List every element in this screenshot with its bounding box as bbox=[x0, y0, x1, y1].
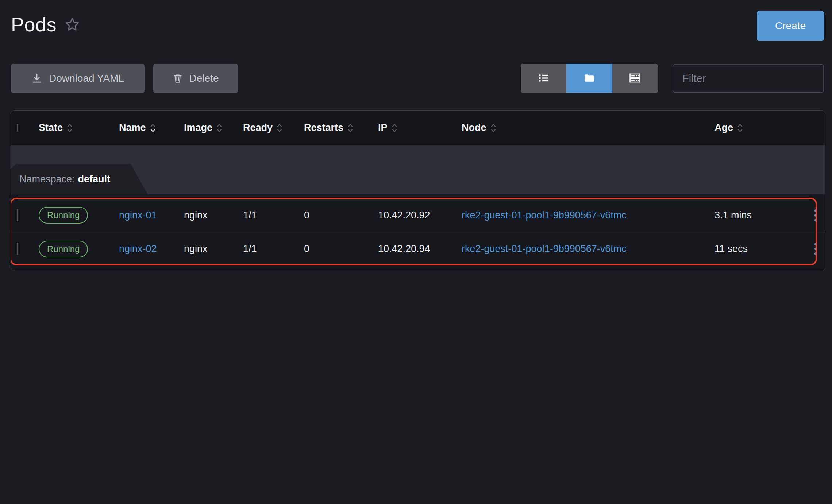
download-icon bbox=[31, 73, 42, 84]
rows-section: Running nginx-01 nginx 1/1 0 10.42.20.92… bbox=[11, 194, 825, 271]
download-yaml-button[interactable]: Download YAML bbox=[11, 64, 145, 93]
ready-cell: 1/1 bbox=[243, 243, 304, 255]
sort-chevrons-icon bbox=[66, 122, 73, 134]
age-cell: 11 secs bbox=[714, 243, 806, 255]
sort-chevrons-icon bbox=[490, 122, 497, 134]
namespace-value: default bbox=[78, 174, 111, 185]
header-cell-age[interactable]: Age bbox=[714, 122, 806, 134]
ip-cell: 10.42.20.94 bbox=[378, 243, 462, 255]
age-cell: 3.1 mins bbox=[714, 210, 806, 221]
kebab-icon bbox=[814, 243, 817, 245]
restarts-cell: 0 bbox=[304, 243, 378, 255]
ip-cell: 10.42.20.92 bbox=[378, 210, 462, 221]
header-cell-ready[interactable]: Ready bbox=[243, 122, 304, 134]
header-cell-node[interactable]: Node bbox=[462, 122, 714, 134]
pod-name-link[interactable]: nginx-02 bbox=[119, 243, 157, 254]
toolbar: Download YAML Delete bbox=[11, 64, 824, 93]
node-link[interactable]: rke2-guest-01-pool1-9b990567-v6tmc bbox=[462, 210, 627, 221]
rows-icon bbox=[628, 71, 642, 86]
row-checkbox[interactable] bbox=[17, 209, 18, 221]
view-toggle bbox=[521, 64, 658, 93]
group-band: Namespace: default bbox=[11, 145, 825, 194]
ready-cell: 1/1 bbox=[243, 210, 304, 221]
namespace-label: Namespace: bbox=[19, 174, 75, 185]
table-header: State Name Image Ready Restarts IP Node bbox=[11, 111, 825, 145]
select-all-checkbox[interactable] bbox=[17, 124, 18, 132]
list-icon bbox=[537, 71, 550, 86]
sort-chevrons-icon bbox=[347, 122, 354, 134]
image-cell: nginx bbox=[184, 210, 243, 221]
sort-chevrons-icon bbox=[216, 122, 223, 134]
header-cell-state[interactable]: State bbox=[39, 122, 119, 134]
status-badge: Running bbox=[39, 207, 88, 224]
sort-chevrons-icon bbox=[150, 122, 156, 134]
favorite-star-icon[interactable] bbox=[65, 17, 80, 32]
row-checkbox[interactable] bbox=[17, 243, 18, 255]
image-cell: nginx bbox=[184, 243, 243, 255]
header-cell-restarts[interactable]: Restarts bbox=[304, 122, 378, 134]
sort-chevrons-icon bbox=[391, 122, 398, 134]
view-flat-button[interactable] bbox=[612, 64, 658, 93]
node-link[interactable]: rke2-guest-01-pool1-9b990567-v6tmc bbox=[462, 243, 627, 254]
status-badge: Running bbox=[39, 241, 88, 257]
header-cell-ip[interactable]: IP bbox=[378, 122, 462, 134]
header-cell-name[interactable]: Name bbox=[119, 122, 184, 134]
table-row-nginx-02[interactable]: Running nginx-02 nginx 1/1 0 10.42.20.94… bbox=[11, 232, 825, 265]
sort-chevrons-icon bbox=[276, 122, 283, 134]
row-actions-button[interactable] bbox=[812, 240, 820, 258]
header-cell-image[interactable]: Image bbox=[184, 122, 243, 134]
restarts-cell: 0 bbox=[304, 210, 378, 221]
trash-icon bbox=[173, 73, 183, 84]
create-button[interactable]: Create bbox=[757, 11, 824, 41]
page-title: Pods bbox=[11, 13, 57, 36]
folder-icon bbox=[583, 71, 596, 86]
pod-name-link[interactable]: nginx-01 bbox=[119, 210, 157, 221]
sort-chevrons-icon bbox=[737, 122, 743, 134]
pods-table: State Name Image Ready Restarts IP Node bbox=[11, 110, 825, 271]
delete-button[interactable]: Delete bbox=[153, 64, 238, 93]
view-grouped-button[interactable] bbox=[566, 64, 612, 93]
kebab-icon bbox=[814, 209, 817, 212]
view-list-button[interactable] bbox=[521, 64, 566, 93]
table-row-nginx-01[interactable]: Running nginx-01 nginx 1/1 0 10.42.20.92… bbox=[11, 198, 825, 232]
row-actions-button[interactable] bbox=[812, 206, 820, 224]
namespace-tab: Namespace: default bbox=[11, 164, 148, 194]
filter-input[interactable] bbox=[673, 64, 824, 93]
